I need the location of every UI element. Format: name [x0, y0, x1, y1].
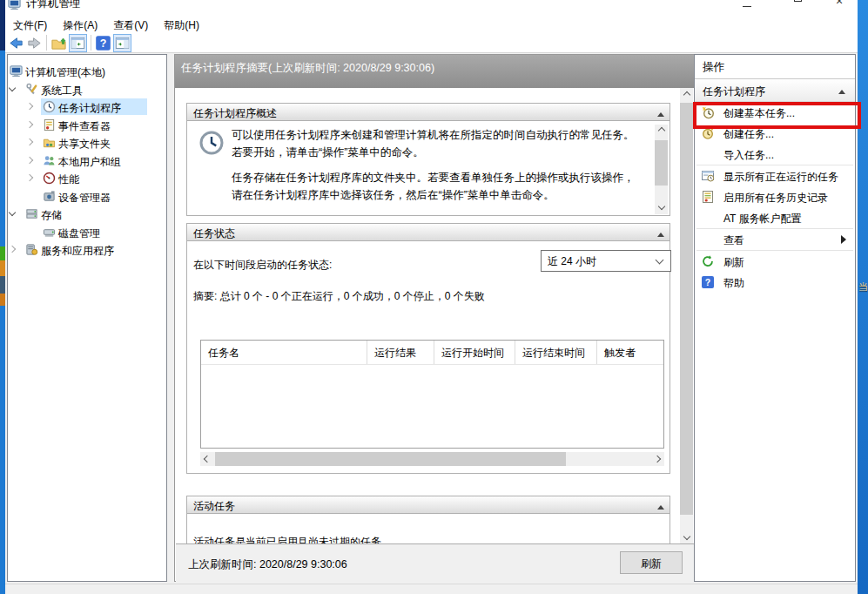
table-horizontal-scrollbar[interactable] [200, 452, 664, 466]
chevron-down-icon [656, 256, 664, 265]
titlebar: 计算机管理 × [5, 0, 858, 16]
center-footer: 上次刷新时间: 2020/8/29 9:30:06 刷新 [176, 543, 695, 582]
active-tasks-section-header: 活动任务 [187, 496, 670, 514]
chevron-collapsed-icon[interactable] [9, 246, 16, 253]
device-manager-icon [43, 190, 56, 203]
action-item-0[interactable]: 创建基本任务... [695, 102, 855, 123]
chevron-collapsed-icon[interactable] [26, 120, 33, 127]
period-label: 在以下时间段启动的任务状态: [193, 258, 332, 273]
collapse-icon[interactable] [836, 84, 848, 96]
tree-item-9[interactable]: 磁盘管理 [8, 224, 166, 242]
table-header-0[interactable]: 任务名 [201, 341, 367, 364]
period-dropdown[interactable]: 近 24 小时 [541, 250, 671, 272]
tree-item-1[interactable]: 系统工具 [8, 81, 166, 99]
actions-section-header[interactable]: 任务计划程序 [695, 79, 855, 102]
toolbar: ? [5, 33, 858, 53]
menu-item-3[interactable]: 帮助(H) [156, 16, 207, 33]
running-tasks-icon [701, 169, 715, 183]
task-status-section-header: 任务状态 [187, 224, 670, 241]
tree-item-label: 设备管理器 [58, 191, 111, 206]
help-button[interactable]: ? [95, 35, 111, 51]
tree-item-label: 计算机管理(本地) [25, 65, 105, 80]
last-refresh-time: 上次刷新时间: 2020/8/29 9:30:06 [188, 557, 347, 572]
action-item-3[interactable]: 显示所有正在运行的任务 [695, 165, 855, 186]
action-pane-toggle-button[interactable] [113, 34, 131, 52]
action-item-7[interactable]: 刷新 [695, 251, 855, 272]
collapse-icon[interactable] [655, 107, 667, 118]
tree-item-label: 事件查看器 [58, 119, 111, 134]
action-item-4[interactable]: 启用所有任务历史记录 [695, 186, 855, 207]
window-icon [8, 0, 21, 10]
up-folder-button[interactable] [50, 35, 67, 51]
action-item-8[interactable]: ?帮助 [695, 272, 855, 293]
desktop-glyph: 当 [858, 280, 868, 294]
active-tasks-clipped-text: 活动任务是当前已启用且尚未过期的任务。 [193, 535, 646, 543]
chevron-expanded-icon[interactable] [9, 84, 16, 91]
scroll-down-icon[interactable] [683, 533, 690, 540]
chevron-collapsed-icon[interactable] [26, 138, 33, 145]
task-status-title: 任务状态 [193, 226, 235, 241]
action-item-label: 显示所有正在运行的任务 [723, 170, 838, 185]
collapse-icon[interactable] [655, 500, 667, 511]
chevron-collapsed-icon[interactable] [26, 103, 33, 110]
table-header-4[interactable]: 触发者 [597, 341, 663, 364]
refresh-button[interactable]: 刷新 [620, 551, 683, 574]
actions-panel-title: 操作 [703, 60, 724, 75]
close-button[interactable]: × [830, 0, 849, 16]
screen: 计算机管理 × 文件(F)操作(A)查看(V)帮助(H) ? 计算机管理(本地)… [0, 0, 868, 594]
maximize-button[interactable] [788, 0, 807, 16]
computer-icon [10, 64, 23, 78]
scroll-thumb[interactable] [680, 103, 693, 515]
scroll-left-icon[interactable] [204, 456, 211, 462]
overview-scrollbar[interactable] [655, 125, 668, 214]
table-header-2[interactable]: 运行开始时间 [434, 341, 515, 364]
create-task-icon [701, 126, 715, 140]
tree-item-10[interactable]: 服务和应用程序 [8, 241, 166, 260]
main-vertical-scrollbar[interactable] [680, 88, 693, 543]
action-item-5[interactable]: AT 服务帐户配置 [695, 207, 855, 228]
toolbar-separator [91, 35, 91, 51]
storage-icon [25, 207, 38, 220]
menu-item-1[interactable]: 操作(A) [55, 16, 105, 33]
action-item-1[interactable]: 创建任务... [695, 123, 855, 144]
scroll-right-icon[interactable] [654, 456, 661, 462]
console-tree-toggle-button[interactable] [69, 34, 87, 52]
table-header-1[interactable]: 运行结果 [367, 341, 434, 364]
scroll-down-icon[interactable] [657, 203, 664, 210]
chevron-collapsed-icon[interactable] [26, 156, 33, 163]
active-tasks-title: 活动任务 [193, 499, 235, 514]
scroll-up-icon[interactable] [683, 91, 690, 98]
action-item-label: 创建基本任务... [723, 106, 795, 121]
tree-item-3[interactable]: 事件查看器 [8, 117, 166, 135]
action-item-2[interactable]: 导入任务... [695, 144, 855, 165]
chevron-collapsed-icon[interactable] [26, 174, 33, 181]
tree-item-0[interactable]: 计算机管理(本地) [8, 63, 166, 81]
minimize-button[interactable] [737, 0, 757, 16]
action-item-6[interactable]: 查看 [695, 229, 855, 250]
overview-text: 可以使用任务计划程序来创建和管理计算机将在所指定的时间自动执行的常见任务。若要开… [232, 126, 644, 204]
tree-item-8[interactable]: 存储 [8, 206, 166, 224]
tree-item-5[interactable]: 本地用户和组 [8, 152, 166, 171]
menu-item-0[interactable]: 文件(F) [5, 16, 55, 33]
action-item-label: 刷新 [723, 255, 744, 270]
actions-list: 创建基本任务...创建任务...导入任务...显示所有正在运行的任务启用所有任务… [695, 102, 855, 293]
computer-management-window: 计算机管理 × 文件(F)操作(A)查看(V)帮助(H) ? 计算机管理(本地)… [5, 0, 858, 594]
menu-item-2[interactable]: 查看(V) [105, 16, 156, 33]
scroll-thumb[interactable] [655, 140, 668, 186]
scroll-up-icon[interactable] [657, 127, 664, 134]
scroll-thumb[interactable] [215, 452, 566, 466]
table-header-3[interactable]: 运行结束时间 [515, 341, 597, 364]
tree-item-2[interactable]: 任务计划程序 [8, 98, 166, 117]
tree-item-4[interactable]: 共享文件夹 [8, 134, 166, 152]
tree-item-7[interactable]: 设备管理器 [8, 188, 166, 206]
actions-panel: 操作 任务计划程序 创建基本任务...创建任务...导入任务...显示所有正在运… [694, 54, 856, 582]
chevron-expanded-icon[interactable] [9, 209, 16, 216]
tree-item-6[interactable]: 性能 [8, 170, 166, 188]
collapse-icon[interactable] [655, 227, 667, 239]
summary-header: 任务计划程序摘要(上次刷新时间: 2020/8/29 9:30:06) [175, 55, 694, 88]
task-status-section: 任务状态 在以下时间段启动的任务状态: 近 24 小时 摘要: 总计 0 个 -… [186, 223, 670, 474]
console-tree-panel: 计算机管理(本地)系统工具任务计划程序事件查看器共享文件夹本地用户和组性能设备管… [7, 54, 167, 582]
forward-arrow-button[interactable] [26, 35, 43, 51]
performance-icon [43, 172, 56, 185]
back-arrow-button[interactable] [8, 35, 24, 51]
